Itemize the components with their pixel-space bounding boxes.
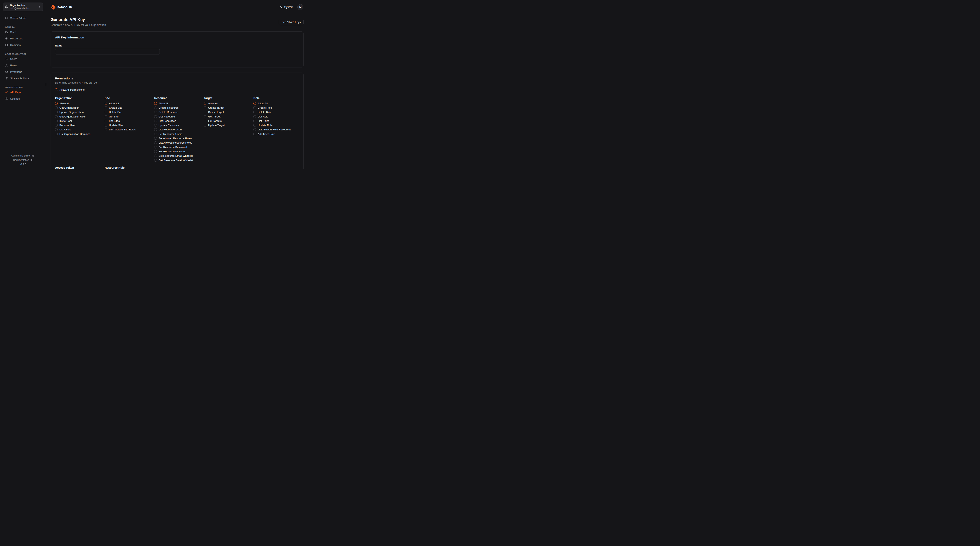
sidebar-item-settings[interactable]: Settings [3,96,43,102]
permission-checkbox[interactable] [55,111,57,113]
theme-toggle[interactable]: System [280,5,293,9]
permission-checkbox[interactable] [154,133,157,135]
permission-checkbox[interactable] [55,133,57,135]
permission-checkbox[interactable] [253,111,256,113]
permission-checkbox[interactable] [105,107,107,109]
permission-checkbox[interactable] [154,124,157,126]
permission-checkbox[interactable] [204,124,207,126]
sidebar-scrollbar-thumb[interactable] [46,83,46,86]
permission-row[interactable]: List Sites [105,119,120,123]
permission-checkbox[interactable] [253,133,256,135]
documentation-link[interactable]: Documentation [0,158,46,162]
sidebar-item-roles[interactable]: Roles [3,62,43,69]
permission-checkbox[interactable] [55,124,57,126]
permission-row[interactable]: Get Site [105,114,119,119]
permission-row[interactable]: Set Resource Password [154,145,187,149]
permission-checkbox[interactable] [154,146,157,148]
permission-row[interactable]: Set Resource Email Whitelist [154,154,192,158]
permission-checkbox[interactable] [204,107,207,109]
permission-row[interactable]: Update Target [204,123,225,127]
permission-row[interactable]: Update Site [105,123,123,127]
permission-row[interactable]: List Resource Users [154,128,183,132]
permission-row[interactable]: Update Organization [55,110,84,114]
permission-checkbox[interactable] [253,120,256,122]
permission-checkbox[interactable] [253,107,256,109]
permission-checkbox[interactable] [204,120,207,122]
permission-row[interactable]: Delete Target [204,110,224,114]
allow-all-checkbox[interactable] [154,102,157,105]
permission-row[interactable]: List Allowed Resource Roles [154,140,192,145]
permission-checkbox[interactable] [105,115,107,118]
permission-row[interactable]: Set Resource Pincode [154,149,185,153]
sidebar-item-shareable-links[interactable]: Shareable Links [3,75,43,81]
permission-row[interactable]: Invite User [55,119,72,123]
permission-row[interactable]: Allow All [253,101,267,105]
permission-checkbox[interactable] [154,155,157,157]
permission-checkbox[interactable] [253,115,256,118]
allow-all-checkbox[interactable] [204,102,207,105]
permission-row[interactable]: Set Resource Users [154,132,182,136]
permission-row[interactable]: Get Organization [55,105,80,110]
permission-checkbox[interactable] [204,111,207,113]
permission-row[interactable]: List Resources [154,119,176,123]
sidebar-item-api-keys[interactable]: API Keys [3,89,43,96]
permission-checkbox[interactable] [204,115,207,118]
permission-row[interactable]: Get Organization User [55,114,86,119]
permission-checkbox[interactable] [154,120,157,122]
permission-checkbox[interactable] [253,128,256,131]
see-all-api-keys-button[interactable]: See All API Keys [279,19,304,25]
permission-checkbox[interactable] [253,124,256,126]
sidebar-item-server-admin[interactable]: Server Admin [3,15,43,21]
sidebar-item-sites[interactable]: Sites [3,29,43,35]
permission-checkbox[interactable] [55,120,57,122]
permission-checkbox[interactable] [105,111,107,113]
permission-row[interactable]: Allow All [154,101,169,105]
permission-row[interactable]: List Allowed Role Resources [253,128,291,132]
permission-row[interactable]: Delete Role [253,110,272,114]
allow-all-permissions-checkbox[interactable] [55,88,58,91]
permission-checkbox[interactable] [154,107,157,109]
permission-checkbox[interactable] [154,141,157,144]
permission-row[interactable]: Add User Role [253,132,275,136]
allow-all-checkbox[interactable] [253,102,256,105]
permission-row[interactable]: List Allowed Site Roles [105,128,136,132]
permission-row[interactable]: Allow All [204,101,218,105]
permission-checkbox[interactable] [154,111,157,113]
user-avatar[interactable]: M [298,4,304,10]
permission-row[interactable]: Allow All [55,101,69,105]
permission-row[interactable]: Create Target [204,105,224,110]
permission-row[interactable]: Create Resource [154,105,178,110]
permission-row[interactable]: List Roles [253,119,269,123]
allow-all-permissions-row[interactable]: Allow All Permissions [55,88,85,91]
sidebar-item-users[interactable]: Users [3,56,43,62]
permission-row[interactable]: Remove User [55,123,76,127]
name-input[interactable] [55,49,160,55]
permission-checkbox[interactable] [154,150,157,153]
community-edition-link[interactable]: Community Edition [0,153,46,158]
permission-row[interactable]: Get Resource [154,114,175,119]
permission-row[interactable]: Create Role [253,105,272,110]
permission-checkbox[interactable] [55,128,57,131]
permission-row[interactable]: Set Allowed Resource Roles [154,136,192,140]
permission-checkbox[interactable] [154,128,157,131]
organization-selector[interactable]: Organization milo@fossorial.io's ... [3,3,43,11]
brand[interactable]: PANGOLIN [51,4,72,10]
permission-row[interactable]: Delete Resource [154,110,178,114]
permission-checkbox[interactable] [105,120,107,122]
permission-row[interactable]: Create Site [105,105,122,110]
permission-checkbox[interactable] [154,159,157,161]
permission-checkbox[interactable] [105,124,107,126]
permission-row[interactable]: Allow All [105,101,119,105]
permission-row[interactable]: Get Target [204,114,221,119]
permission-checkbox[interactable] [55,115,57,118]
permission-checkbox[interactable] [105,128,107,131]
permission-checkbox[interactable] [154,137,157,140]
allow-all-checkbox[interactable] [55,102,57,105]
sidebar-item-resources[interactable]: Resources [3,35,43,42]
allow-all-checkbox[interactable] [105,102,107,105]
permission-row[interactable]: List Users [55,128,71,132]
permission-checkbox[interactable] [55,107,57,109]
permission-row[interactable]: Delete Site [105,110,122,114]
permission-row[interactable]: Update Role [253,123,272,127]
permission-row[interactable]: Get Resource Email Whitelist [154,158,193,162]
